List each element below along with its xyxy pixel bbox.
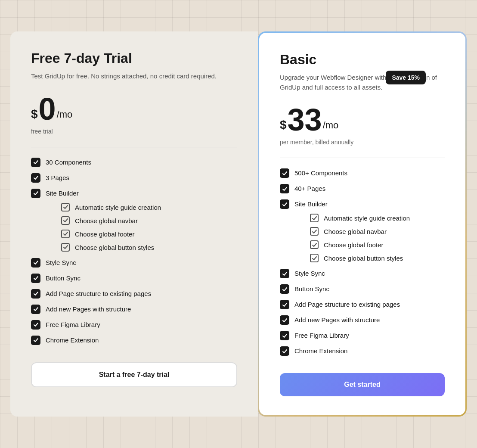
check-icon [31,274,40,283]
check-icon-small [61,216,70,225]
basic-price-period: /mo [323,120,339,131]
feature-label: 30 Components [46,158,91,167]
list-item: Automatic style guide creation [294,214,410,223]
list-item: Button Sync [280,284,445,294]
check-icon [31,173,40,183]
basic-price-dollar: $ [280,118,287,132]
check-icon [31,305,40,314]
check-icon [280,346,289,356]
feature-label: Choose global button styles [324,254,403,263]
save-badge: Save 15% [386,71,426,84]
check-icon [280,331,289,340]
feature-label: Choose global footer [324,240,383,249]
check-icon-small [310,227,319,236]
list-item: 40+ Pages [280,184,445,193]
free-price-note: free trial [31,128,237,135]
list-item: Choose global navbar [46,216,161,225]
feature-label: Button Sync [294,284,329,293]
free-plan-card: Free 7-day Trial Test GridUp for free. N… [10,31,258,417]
basic-plan-wrapper: Basic Save 15% Upgrade your Webflow Desi… [258,31,467,417]
check-icon [31,158,40,167]
feature-label: Add Page structure to existing pages [46,289,151,298]
feature-label: Choose global footer [75,230,134,239]
list-item: Add Page structure to existing pages [280,300,445,309]
feature-label: Button Sync [46,274,81,283]
list-item: 500+ Components [280,168,445,178]
free-price-period: /mo [57,109,73,120]
free-price-amount: 0 [39,93,56,124]
basic-plan-card: Basic Save 15% Upgrade your Webflow Desi… [259,33,465,415]
check-icon [280,184,289,193]
feature-label: Add Page structure to existing pages [294,300,400,309]
feature-label: Site Builder [294,199,410,208]
sub-features: Automatic style guide creation Choose gl… [46,203,161,252]
free-cta-button[interactable]: Start a free 7-day trial [31,362,237,387]
feature-label: Automatic style guide creation [75,203,161,212]
list-item: Style Sync [31,258,237,268]
pricing-container: Free 7-day Trial Test GridUp for free. N… [10,31,467,417]
basic-price-row: $ 33 /mo [280,104,445,135]
feature-label: Free Figma Library [46,320,100,329]
feature-label: Choose global navbar [324,227,387,236]
basic-feature-list: 500+ Components 40+ Pages Site Builder [280,168,445,356]
check-icon-small [61,243,70,252]
feature-label: Chrome Extension [294,346,347,355]
check-icon [31,336,40,345]
list-item: Choose global footer [294,240,410,249]
check-icon [280,199,289,209]
feature-label: Style Sync [294,269,325,278]
check-icon [280,284,289,294]
list-item: Chrome Extension [31,336,237,345]
list-item: Site Builder Automatic style guide creat… [31,189,237,252]
check-icon [31,258,40,268]
check-icon-small [310,254,319,262]
check-icon-small [310,240,319,249]
free-feature-list: 30 Components 3 Pages Site Builder [31,158,237,345]
list-item: Add Page structure to existing pages [31,289,237,299]
list-item: Style Sync [280,269,445,278]
list-item: Free Figma Library [280,331,445,340]
list-item: Add new Pages with structure [280,315,445,325]
feature-label: Choose global navbar [75,216,138,225]
free-price-row: $ 0 /mo [31,93,237,124]
basic-plan-title: Basic [280,52,445,68]
list-item: Choose global button styles [46,243,161,252]
feature-label: Add new Pages with structure [294,315,380,324]
free-price-dollar: $ [31,107,38,121]
feature-label: Free Figma Library [294,331,349,340]
check-icon [280,269,289,278]
basic-price-amount: 33 [288,104,322,135]
list-item: Choose global navbar [294,227,410,236]
basic-cta-button[interactable]: Get started [280,373,445,396]
feature-label: Automatic style guide creation [324,214,410,223]
basic-price-note: per member, billed annually [280,139,445,146]
check-icon [280,168,289,178]
free-plan-title: Free 7-day Trial [31,50,237,66]
check-icon [280,300,289,309]
feature-label: Choose global button styles [75,243,154,252]
list-item: Choose global footer [46,230,161,239]
feature-label: 40+ Pages [294,184,325,193]
list-item: Site Builder Automatic style guide creat… [280,199,445,263]
check-icon-small [61,230,70,238]
list-item: Add new Pages with structure [31,305,237,314]
check-icon-small [310,214,319,222]
check-icon [31,320,40,330]
list-item: Choose global button styles [294,254,410,263]
list-item: Button Sync [31,274,237,283]
list-item: 3 Pages [31,173,237,183]
check-icon [31,189,40,198]
free-divider [31,147,237,147]
list-item: Automatic style guide creation [46,203,161,212]
sub-features: Automatic style guide creation Choose gl… [294,214,410,263]
feature-label: Add new Pages with structure [46,305,131,314]
check-icon-small [61,203,70,212]
list-item: Free Figma Library [31,320,237,330]
basic-header: Basic Save 15% [280,52,445,68]
list-item: 30 Components [31,158,237,167]
basic-divider [280,158,445,158]
feature-label: 500+ Components [294,168,347,177]
free-plan-subtitle: Test GridUp for free. No strings attache… [31,72,237,81]
check-icon [280,315,289,325]
feature-label: Chrome Extension [46,336,99,345]
